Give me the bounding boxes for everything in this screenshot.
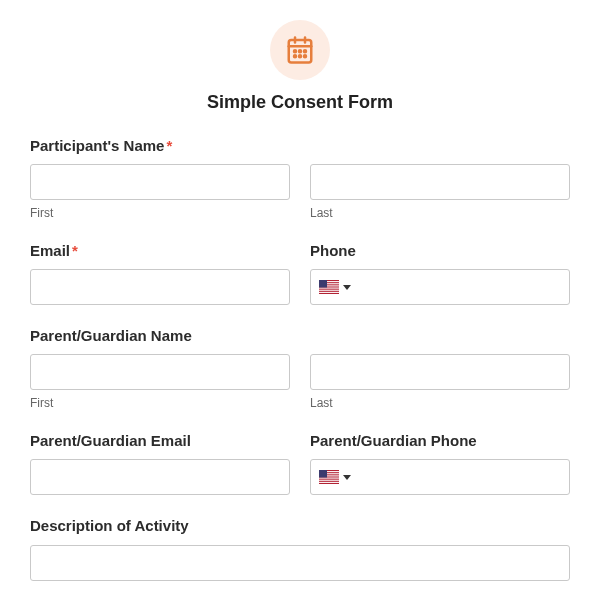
svg-rect-14 bbox=[319, 288, 339, 289]
svg-rect-16 bbox=[319, 292, 339, 293]
svg-point-5 bbox=[299, 50, 301, 52]
participant-name-group: Participant's Name* First Last bbox=[30, 137, 570, 220]
guardian-last-name-input[interactable] bbox=[310, 354, 570, 390]
description-group: Description of Activity bbox=[30, 517, 570, 581]
guardian-phone-input[interactable] bbox=[310, 459, 570, 495]
svg-rect-15 bbox=[319, 290, 339, 291]
required-asterisk: * bbox=[72, 242, 78, 259]
svg-point-6 bbox=[304, 50, 306, 52]
contact-group: Email* Phone bbox=[30, 242, 570, 305]
guardian-name-label: Parent/Guardian Name bbox=[30, 327, 570, 344]
description-input[interactable] bbox=[30, 545, 570, 581]
calendar-icon bbox=[285, 35, 315, 65]
guardian-first-sublabel: First bbox=[30, 396, 290, 410]
svg-rect-17 bbox=[319, 280, 327, 288]
email-label: Email* bbox=[30, 242, 290, 259]
svg-rect-23 bbox=[319, 480, 339, 481]
guardian-last-sublabel: Last bbox=[310, 396, 570, 410]
svg-rect-22 bbox=[319, 478, 339, 479]
country-selector[interactable] bbox=[319, 280, 351, 294]
svg-point-7 bbox=[294, 55, 296, 57]
last-name-sublabel: Last bbox=[310, 206, 570, 220]
svg-point-4 bbox=[294, 50, 296, 52]
chevron-down-icon bbox=[343, 285, 351, 290]
svg-point-9 bbox=[304, 55, 306, 57]
form-icon-container bbox=[270, 20, 330, 80]
us-flag-icon bbox=[319, 280, 339, 294]
participant-first-name-input[interactable] bbox=[30, 164, 290, 200]
participant-name-label: Participant's Name* bbox=[30, 137, 570, 154]
chevron-down-icon bbox=[343, 475, 351, 480]
svg-point-8 bbox=[299, 55, 301, 57]
guardian-email-label: Parent/Guardian Email bbox=[30, 432, 290, 449]
guardian-contact-group: Parent/Guardian Email Parent/Guardian Ph… bbox=[30, 432, 570, 495]
participant-last-name-input[interactable] bbox=[310, 164, 570, 200]
first-name-sublabel: First bbox=[30, 206, 290, 220]
guardian-phone-label: Parent/Guardian Phone bbox=[310, 432, 570, 449]
guardian-email-input[interactable] bbox=[30, 459, 290, 495]
guardian-name-group: Parent/Guardian Name First Last bbox=[30, 327, 570, 410]
svg-rect-24 bbox=[319, 482, 339, 483]
svg-rect-25 bbox=[319, 470, 327, 478]
description-label: Description of Activity bbox=[30, 517, 189, 534]
form-title: Simple Consent Form bbox=[30, 92, 570, 113]
phone-label: Phone bbox=[310, 242, 570, 259]
guardian-first-name-input[interactable] bbox=[30, 354, 290, 390]
phone-input[interactable] bbox=[310, 269, 570, 305]
required-asterisk: * bbox=[166, 137, 172, 154]
guardian-country-selector[interactable] bbox=[319, 470, 351, 484]
email-input[interactable] bbox=[30, 269, 290, 305]
us-flag-icon bbox=[319, 470, 339, 484]
